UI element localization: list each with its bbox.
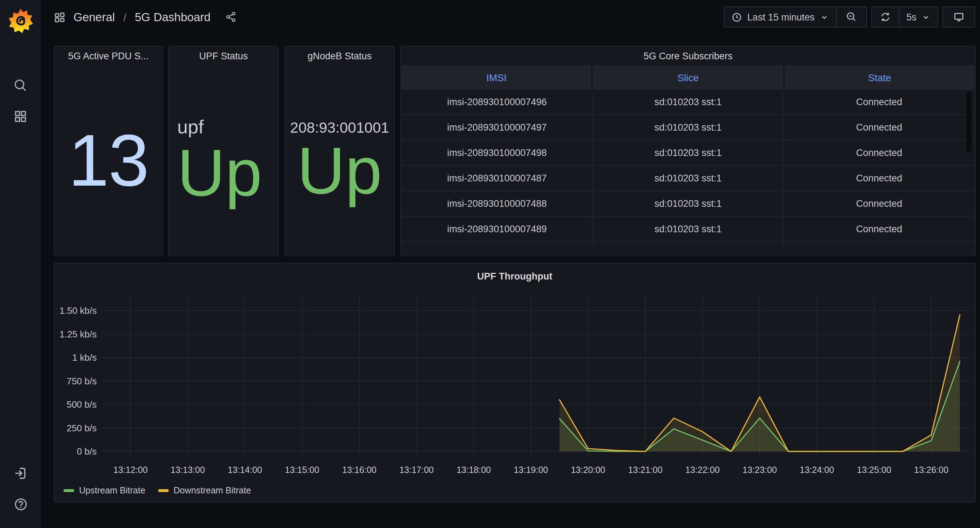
legend-item[interactable]: Upstream Bitrate — [64, 486, 145, 496]
chevron-down-icon — [921, 12, 931, 22]
y-axis-tick-label: 750 b/s — [67, 376, 97, 386]
table-cell: imsi-208930100007498 — [402, 140, 592, 165]
table-scrollbar-thumb[interactable] — [967, 91, 972, 152]
panel-gnodeb-status: gNodeB Status 208:93:001001 Up — [285, 46, 395, 256]
panel-title[interactable]: gNodeB Status — [285, 46, 394, 66]
legend-swatch — [64, 489, 74, 492]
table-cell: imsi-208930100007496 — [402, 90, 592, 115]
table-cell: Connected — [783, 115, 974, 140]
table-cell: imsi-208930100007489 — [402, 217, 592, 242]
refresh-interval-label: 5s — [906, 12, 916, 22]
breadcrumb-separator: / — [123, 11, 127, 23]
legend-item[interactable]: Downstream Bitrate — [158, 486, 251, 496]
time-controls-group: Last 15 minutes — [724, 6, 867, 27]
panel-upf-throughput: UPF Throughput0 b/s250 b/s500 b/s750 b/s… — [54, 262, 976, 503]
monitor-icon — [953, 11, 964, 22]
table-cell: sd:010203 sst:1 — [592, 191, 783, 216]
zoom-out-icon — [845, 11, 857, 22]
refresh-interval-picker[interactable]: 5s — [899, 7, 938, 27]
refresh-group: 5s — [871, 6, 939, 27]
x-axis-tick-label: 13:20:00 — [571, 465, 605, 475]
breadcrumb-section[interactable]: General — [73, 10, 115, 24]
panel-subscribers-table: 5G Core Subscribers IMSISliceState imsi-… — [400, 46, 976, 256]
x-axis-tick-label: 13:26:00 — [914, 465, 948, 475]
y-axis-tick-label: 1.25 kb/s — [59, 329, 97, 340]
apps-grid-icon — [54, 11, 66, 23]
grafana-logo[interactable] — [7, 6, 34, 35]
table-cell: sd:010203 sst:1 — [592, 166, 783, 191]
search-icon[interactable] — [0, 70, 41, 101]
table-row: imsi-208930100007496sd:010203 sst:1Conne… — [402, 90, 974, 115]
pdu-sessions-value: 13 — [68, 132, 148, 189]
panel-title[interactable]: 5G Active PDU S... — [54, 46, 162, 66]
y-axis-tick-label: 1 kb/s — [72, 352, 97, 363]
throughput-chart-canvas[interactable]: UPF Throughput0 b/s250 b/s500 b/s750 b/s… — [54, 263, 975, 502]
panel-title[interactable]: UPF Status — [169, 46, 278, 66]
table-body[interactable]: imsi-208930100007496sd:010203 sst:1Conne… — [402, 90, 974, 246]
refresh-button[interactable] — [872, 7, 899, 27]
x-axis-tick-label: 13:12:00 — [113, 465, 148, 475]
sign-in-icon[interactable] — [0, 457, 41, 488]
column-header-imsi[interactable]: IMSI — [402, 66, 591, 90]
panel-upf-status: UPF Status upf Up — [168, 46, 279, 256]
top-header: General / 5G Dashboard Last 15 minutes — [41, 0, 980, 34]
table-cell: Connected — [783, 242, 974, 246]
legend-swatch — [158, 489, 169, 492]
x-axis-tick-label: 13:16:00 — [342, 465, 376, 475]
table-cell: imsi-208930100007487 — [402, 166, 592, 191]
y-axis-tick-label: 0 b/s — [77, 446, 97, 457]
table-cell: sd:010203 sst:1 — [592, 90, 783, 115]
nav-sidebar — [0, 0, 41, 528]
stat-body: 13 — [54, 66, 162, 256]
table-cell: sd:010203 sst:1 — [592, 115, 783, 140]
table-cell: imsi-208930100007490 — [402, 242, 592, 246]
y-axis-tick-label: 250 b/s — [67, 423, 97, 433]
breadcrumb-dashboard-title[interactable]: 5G Dashboard — [135, 10, 211, 24]
x-axis-tick-label: 13:22:00 — [685, 465, 719, 475]
x-axis-tick-label: 13:17:00 — [399, 465, 434, 475]
table-row-partial: imsi-208930100007490sd:010203 sst:1Conne… — [402, 242, 974, 246]
table-cell: Connected — [783, 191, 974, 216]
x-axis-tick-label: 13:19:00 — [514, 465, 548, 475]
upf-status-value: Up — [177, 142, 262, 205]
y-axis-tick-label: 1.50 kb/s — [59, 305, 97, 316]
chart-legend: Upstream BitrateDownstream Bitrate — [64, 486, 251, 496]
chevron-down-icon — [819, 12, 829, 22]
breadcrumb: General / 5G Dashboard — [54, 10, 237, 24]
stat-body: upf Up — [169, 66, 278, 256]
time-range-label: Last 15 minutes — [747, 12, 815, 22]
refresh-icon — [880, 11, 891, 22]
dashboards-grid-icon[interactable] — [0, 101, 41, 132]
table-row: imsi-208930100007498sd:010203 sst:1Conne… — [402, 140, 974, 166]
kiosk-group — [943, 6, 975, 27]
table-header-row: IMSISliceState — [402, 66, 974, 90]
table-row: imsi-208930100007489sd:010203 sst:1Conne… — [402, 217, 974, 242]
y-axis-tick-label: 500 b/s — [67, 399, 97, 410]
x-axis-tick-label: 13:15:00 — [285, 465, 319, 475]
table-cell: sd:010203 sst:1 — [592, 217, 783, 242]
cycle-view-button[interactable] — [943, 7, 974, 27]
table-cell: imsi-208930100007488 — [402, 191, 592, 216]
column-header-slice[interactable]: Slice — [593, 66, 783, 90]
table-cell: Connected — [783, 217, 974, 242]
panel-title[interactable]: 5G Core Subscribers — [402, 46, 974, 66]
panel-active-pdu-sessions: 5G Active PDU S... 13 — [54, 46, 163, 256]
clock-icon — [732, 12, 742, 22]
column-header-state[interactable]: State — [785, 66, 974, 90]
table-row: imsi-208930100007487sd:010203 sst:1Conne… — [402, 166, 974, 191]
table-cell: sd:010203 sst:1 — [592, 242, 783, 246]
time-range-picker[interactable]: Last 15 minutes — [725, 7, 836, 27]
share-icon[interactable] — [225, 11, 237, 22]
x-axis-tick-label: 13:18:00 — [457, 465, 491, 475]
stat-body: 208:93:001001 Up — [285, 66, 394, 256]
x-axis-tick-label: 13:24:00 — [800, 465, 834, 475]
table-row: imsi-208930100007497sd:010203 sst:1Conne… — [402, 115, 974, 140]
zoom-out-button[interactable] — [835, 7, 866, 27]
help-icon[interactable] — [0, 488, 41, 520]
x-axis-tick-label: 13:21:00 — [628, 465, 662, 475]
legend-label: Downstream Bitrate — [174, 486, 251, 496]
chart-title: UPF Throughput — [477, 271, 552, 281]
upf-name-label: upf — [177, 117, 204, 139]
gnodeb-status-value: Up — [297, 139, 382, 202]
x-axis-tick-label: 13:25:00 — [857, 465, 891, 475]
